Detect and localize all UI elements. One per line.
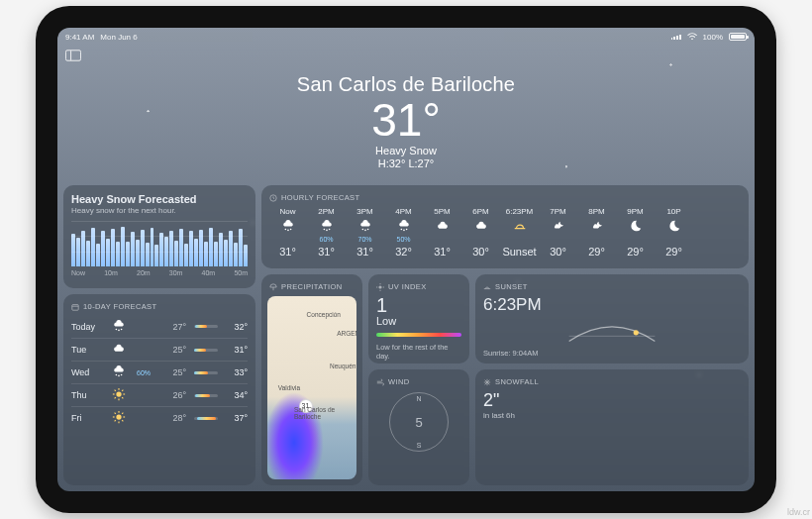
- wind-speed: 5: [415, 415, 422, 430]
- hour-time: Now: [279, 207, 295, 216]
- tenday-day: Wed: [71, 367, 101, 377]
- svg-point-4: [116, 329, 118, 331]
- uv-value: 1: [376, 295, 461, 315]
- tenday-range-bar: [194, 349, 218, 352]
- tenday-day: Today: [71, 322, 101, 332]
- battery-icon: [729, 33, 747, 41]
- tenday-range-bar: [194, 371, 218, 374]
- wind-label-text: WIND: [388, 377, 410, 386]
- wind-card[interactable]: WIND N S 5: [368, 369, 469, 485]
- snow-icon: [109, 319, 129, 335]
- map-place-label: San Carlos de Bariloche: [294, 406, 356, 420]
- status-date: Mon Jun 6: [100, 33, 137, 42]
- svg-line-18: [115, 397, 116, 398]
- tenday-row[interactable]: Thu26°34°: [71, 383, 248, 406]
- precip-map[interactable]: 31 ConcepciónNeuquénValdiviaSan Carlos d…: [267, 296, 356, 479]
- svg-point-35: [361, 229, 363, 231]
- svg-point-40: [405, 229, 407, 231]
- tenday-hi: 31°: [226, 345, 248, 355]
- sunrise-time: 9:04AM: [513, 349, 539, 358]
- snowfall-card[interactable]: SNOWFALL 2" in last 6h: [475, 369, 749, 485]
- status-bar: 9:41 AM Mon Jun 6 100%: [57, 28, 755, 46]
- hour-time: 6PM: [472, 207, 488, 216]
- hour-temp: 30°: [550, 246, 566, 258]
- forecast-alert-card[interactable]: Heavy Snow Forecasted Heavy snow for the…: [63, 185, 255, 288]
- snowfall-sub: in last 6h: [483, 411, 741, 420]
- svg-point-30: [287, 230, 289, 232]
- hour-temp: 31°: [279, 246, 296, 258]
- tenday-row[interactable]: Tue25°31°: [71, 338, 248, 361]
- hour-time: 6:23PM: [506, 207, 534, 216]
- axis-tick: 20m: [137, 269, 151, 276]
- uv-spectrum-bar: [376, 333, 461, 337]
- hourly-item: 6PM30°: [462, 207, 499, 258]
- snowfall-label-text: SNOWFALL: [495, 377, 539, 386]
- tenday-row[interactable]: Today27°32°: [71, 315, 248, 338]
- sunset-card[interactable]: SUNSET 6:23PM Sunrise: 9:04AM: [475, 274, 749, 363]
- tenday-row[interactable]: Wed60%25°33°: [71, 361, 248, 383]
- svg-line-16: [122, 397, 123, 398]
- map-place-label: Neuquén: [330, 363, 355, 369]
- minute-bar: [91, 228, 95, 267]
- axis-tick: Now: [71, 269, 85, 276]
- minute-bar: [116, 242, 120, 267]
- sunset-label-text: SUNSET: [495, 282, 528, 291]
- hour-precip-chance: 50%: [396, 236, 410, 243]
- svg-point-38: [400, 229, 402, 231]
- svg-point-19: [116, 415, 121, 420]
- cloud-icon: [474, 219, 488, 233]
- svg-point-36: [364, 230, 366, 232]
- location-name[interactable]: San Carlos de Bariloche: [57, 73, 755, 96]
- minute-bar: [234, 243, 238, 266]
- hourly-forecast-card[interactable]: HOURLY FORECAST Now31°2PM60%31°3PM70%31°…: [261, 185, 749, 268]
- part-cloud-night-icon: [552, 219, 565, 233]
- minute-bar: [131, 232, 135, 266]
- precip-label-text: PRECIPITATION: [281, 282, 343, 291]
- snow-icon: [320, 219, 334, 233]
- minute-bar: [204, 242, 208, 267]
- svg-rect-0: [65, 51, 80, 60]
- sunset-icon: [513, 219, 527, 233]
- tenday-hi: 33°: [226, 367, 248, 377]
- hour-temp: 29°: [627, 246, 644, 258]
- svg-point-33: [326, 230, 328, 232]
- sun-icon: [109, 410, 129, 426]
- minute-bar: [239, 229, 243, 267]
- ten-day-forecast-card[interactable]: 10-DAY FORECAST Today27°32°Tue25°31°Wed6…: [63, 294, 255, 485]
- svg-point-39: [403, 230, 405, 232]
- hour-precip-chance: 60%: [319, 236, 333, 243]
- hourly-item: 7PM30°: [540, 207, 576, 258]
- wind-icon: [376, 378, 384, 386]
- svg-point-29: [284, 229, 286, 231]
- sunset-icon: [483, 283, 491, 291]
- sidebar-toggle-icon[interactable]: [65, 50, 81, 61]
- uv-level: Low: [376, 315, 461, 327]
- minute-bar: [179, 229, 183, 267]
- snowfall-value: 2": [483, 390, 741, 411]
- minute-bar: [199, 230, 203, 267]
- minute-bar: [159, 233, 163, 266]
- tenday-range-bar: [194, 394, 218, 397]
- minute-bar: [184, 244, 188, 266]
- hour-temp: 32°: [395, 246, 412, 258]
- snowflake-icon: [483, 378, 491, 386]
- calendar-icon: [71, 303, 79, 311]
- hourly-item: 10P29°: [656, 207, 692, 258]
- moon-icon: [629, 219, 643, 233]
- hourly-item: 9PM29°: [617, 207, 654, 258]
- svg-point-5: [118, 329, 120, 331]
- hour-time: 7PM: [550, 207, 565, 216]
- current-conditions: San Carlos de Bariloche 31° Heavy Snow H…: [57, 46, 755, 169]
- map-place-label: Concepción: [307, 311, 341, 318]
- svg-point-9: [121, 374, 123, 376]
- svg-rect-2: [72, 304, 78, 310]
- tenday-row[interactable]: Fri28°37°: [71, 406, 248, 429]
- minute-bar: [224, 240, 228, 267]
- forecast-alert-title: Heavy Snow Forecasted: [71, 193, 248, 205]
- uv-index-card[interactable]: UV INDEX 1 Low Low for the rest of the d…: [368, 274, 469, 363]
- svg-point-34: [328, 229, 330, 231]
- svg-point-48: [634, 331, 639, 336]
- svg-line-17: [122, 390, 123, 391]
- svg-point-10: [116, 392, 121, 397]
- precipitation-map-card[interactable]: PRECIPITATION 31 ConcepciónNeuquénValdiv…: [261, 274, 362, 485]
